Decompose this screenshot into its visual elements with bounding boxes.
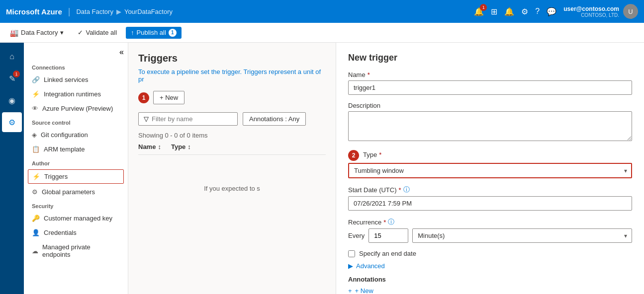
specify-end-date-label: Specify an end date — [359, 250, 416, 257]
every-label: Every — [348, 232, 365, 239]
sidebar-item-azure-purview[interactable]: 👁 Azure Purview (Preview) — [24, 101, 128, 116]
recurrence-info-icon[interactable]: ⓘ — [388, 218, 394, 226]
recurrence-form-group: Recurrence * ⓘ Every Minute(s) Hour(s) D… — [348, 218, 632, 243]
factory-icon: 🏭 — [10, 29, 18, 37]
annotations-filter-btn[interactable]: Annotations : Any — [243, 112, 306, 126]
breadcrumb: Data Factory ▶ YourDataFactory — [76, 8, 173, 15]
panel-title: New trigger — [348, 53, 632, 63]
settings-icon[interactable]: ⚙ — [521, 7, 528, 16]
author-section-title: Author — [24, 156, 128, 168]
specify-end-date-checkbox[interactable] — [348, 250, 355, 257]
recurrence-label: Recurrence * ⓘ — [348, 218, 632, 226]
publish-icon: ↑ — [131, 29, 134, 36]
main-layout: ⌂ ✎ 1 ◉ ⚙ « Connections 🔗 Linked service… — [0, 43, 644, 294]
step1-badge: 1 — [138, 92, 149, 103]
user-org: CONTOSO, LTD. — [563, 12, 619, 18]
brand-name: Microsoft Azure — [6, 7, 62, 16]
sidebar-item-git-config[interactable]: ◈ Git configuration — [24, 128, 128, 142]
type-required: * — [379, 151, 381, 158]
start-date-input[interactable] — [348, 196, 632, 211]
triggers-label: Triggers — [44, 173, 68, 180]
col-type-label: Type — [171, 143, 185, 150]
sidebar-edit-icon[interactable]: ✎ 1 — [2, 69, 22, 88]
sidebar-item-triggers[interactable]: ⚡ Triggers — [28, 169, 124, 184]
trigger-name-input[interactable] — [348, 80, 632, 95]
alert-icon[interactable]: 🔔 — [504, 7, 514, 16]
feedback-icon[interactable]: 💬 — [547, 7, 556, 16]
icon-sidebar: ⌂ ✎ 1 ◉ ⚙ — [0, 43, 24, 294]
validate-label: Validate all — [86, 29, 117, 36]
type-label: Type * — [363, 151, 381, 158]
advanced-chevron-icon: ▶ — [348, 262, 353, 270]
start-date-info-icon[interactable]: ⓘ — [403, 185, 410, 194]
start-date-label: Start Date (UTC) * ⓘ — [348, 185, 632, 194]
sidebar-item-linked-services[interactable]: 🔗 Linked services — [24, 73, 128, 87]
name-required: * — [368, 71, 370, 78]
col-name-label: Name — [138, 143, 156, 150]
managed-private-endpoints-label: Managed private endpoints — [42, 243, 120, 258]
dropdown-arrow: ▾ — [60, 29, 64, 36]
col-type-sort-icon: ↕ — [187, 143, 191, 150]
user-info[interactable]: user@contoso.com CONTOSO, LTD. U — [563, 4, 638, 19]
sidebar-item-customer-managed-key[interactable]: 🔑 Customer managed key — [24, 211, 128, 225]
description-label: Description — [348, 102, 632, 109]
new-trigger-panel: New trigger Name * Description 2 Type * — [336, 43, 644, 294]
sidebar-item-arm-template[interactable]: 📋 ARM template — [24, 142, 128, 156]
filter-icon: ▽ — [144, 115, 149, 123]
annotations-section: Annotations + + New — [348, 276, 632, 294]
git-icon: ◈ — [32, 131, 37, 139]
sidebar-home-icon[interactable]: ⌂ — [2, 47, 22, 67]
specify-end-date-row: Specify an end date — [348, 250, 632, 257]
breadcrumb-datafactory[interactable]: Data Factory — [76, 8, 113, 15]
sidebar-item-integration-runtimes[interactable]: ⚡ Integration runtimes — [24, 87, 128, 101]
add-annotation-label: + New — [355, 287, 373, 294]
notifications-icon[interactable]: 🔔 1 — [474, 7, 484, 16]
content-toolbar: 1 + New — [138, 91, 326, 104]
sidebar-item-managed-private-endpoints[interactable]: ☁ Managed private endpoints — [24, 240, 128, 262]
publish-all-btn[interactable]: ↑ Publish all 1 — [126, 27, 182, 39]
validate-all-btn[interactable]: ✓ Validate all — [73, 27, 122, 38]
add-annotation-btn[interactable]: + + New — [348, 287, 632, 294]
user-details: user@contoso.com CONTOSO, LTD. — [563, 5, 619, 18]
empty-message: If you expected to s — [138, 185, 326, 192]
breadcrumb-yourdatafactory[interactable]: YourDataFactory — [124, 8, 173, 15]
purview-icon: 👁 — [32, 105, 38, 112]
credentials-icon: 👤 — [32, 229, 40, 236]
filter-input-wrapper: ▽ — [138, 112, 238, 126]
advanced-label: Advanced — [356, 262, 385, 270]
description-textarea[interactable] — [348, 111, 632, 141]
portal-icon[interactable]: ⊞ — [491, 7, 497, 16]
type-select-wrapper: Tumbling window Schedule Storage events … — [348, 163, 632, 178]
annotations-title: Annotations — [348, 276, 632, 283]
recurrence-unit-select[interactable]: Minute(s) Hour(s) Day(s) Week(s) Month(s… — [412, 228, 632, 243]
breadcrumb-arrow: ▶ — [116, 8, 121, 15]
help-icon[interactable]: ? — [535, 7, 540, 16]
sidebar-monitor-icon[interactable]: ◉ — [2, 90, 22, 110]
sidebar-manage-icon[interactable]: ⚙ — [2, 112, 22, 132]
table-header: Name ↕ Type ↕ — [138, 139, 326, 155]
avatar[interactable]: U — [623, 4, 638, 19]
global-parameters-label: Global parameters — [42, 188, 95, 196]
collapse-btn[interactable]: « — [24, 48, 128, 61]
type-select[interactable]: Tumbling window Schedule Storage events … — [348, 163, 632, 178]
filter-by-name-input[interactable] — [152, 115, 231, 123]
sidebar-item-global-parameters[interactable]: ⚙ Global parameters — [24, 185, 128, 199]
new-trigger-btn[interactable]: + New — [153, 91, 184, 104]
step1-row: 1 + New — [138, 91, 184, 104]
add-annotation-icon: + — [348, 287, 352, 294]
sidebar-item-credentials[interactable]: 👤 Credentials — [24, 225, 128, 240]
recurrence-value-input[interactable] — [368, 228, 408, 243]
step2-badge: 2 — [348, 150, 359, 161]
start-date-required: * — [399, 186, 401, 194]
name-label: Name * — [348, 71, 632, 78]
validate-icon: ✓ — [78, 29, 83, 36]
connections-section-title: Connections — [24, 61, 128, 73]
second-navigation: 🏭 Data Factory ▾ ✓ Validate all ↑ Publis… — [0, 23, 644, 43]
advanced-row[interactable]: ▶ Advanced — [348, 262, 632, 270]
global-params-icon: ⚙ — [32, 188, 38, 196]
text-sidebar: « Connections 🔗 Linked services ⚡ Integr… — [24, 43, 128, 294]
recurrence-row: Every Minute(s) Hour(s) Day(s) Week(s) M… — [348, 228, 632, 243]
notification-badge: 1 — [480, 4, 487, 11]
datafactory-nav-btn[interactable]: 🏭 Data Factory ▾ — [5, 27, 69, 39]
arm-template-label: ARM template — [44, 146, 85, 153]
